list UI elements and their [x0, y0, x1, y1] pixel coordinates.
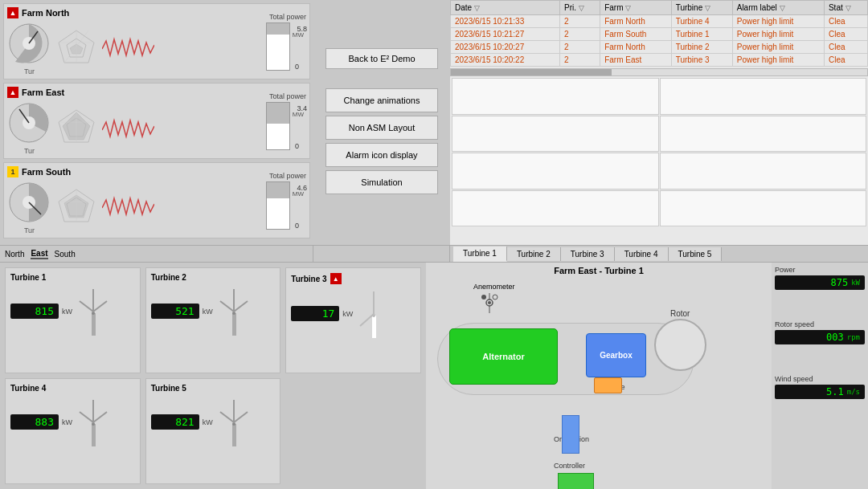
wind-speed-metric: Wind speed 5.1 m/s: [775, 375, 865, 399]
turbine-card-3[interactable]: Turbine 3 ▲ 17 kW: [285, 267, 421, 373]
farm-north-zero: 0: [295, 63, 299, 71]
alarm-pri-4: 2: [560, 54, 600, 67]
turbine-card-5[interactable]: Turbine 5 821 kW: [145, 378, 281, 484]
change-animations-button[interactable]: Change animations: [326, 88, 438, 112]
alarm-row-4[interactable]: 2023/6/15 10:20:22 2 Farm East Turbine 3…: [451, 54, 868, 67]
farm-east-pie: [7, 101, 51, 145]
alarm-farm-3: Farm North: [600, 41, 672, 54]
svg-point-45: [232, 422, 235, 426]
col-label[interactable]: Alarm label ▽: [732, 1, 824, 15]
col-turbine[interactable]: Turbine ▽: [671, 1, 732, 15]
orientation-box: [562, 415, 579, 454]
farm-east-label: Farm East: [22, 88, 64, 97]
turbine-grid: Turbine 1 815 kW Turbine 2: [0, 263, 426, 489]
tab-turbine-3[interactable]: Turbine 3: [561, 247, 615, 261]
alarm-date-2: 2023/6/15 10:21:27: [451, 28, 560, 41]
tab-turbine-5[interactable]: Turbine 5: [669, 247, 723, 261]
svg-point-53: [481, 295, 486, 300]
svg-line-34: [234, 301, 248, 312]
alarm-turbine-1: Turbine 4: [671, 15, 732, 28]
rotor-speed-metric: Rotor speed 003 rpm: [775, 320, 865, 344]
metrics-panel: Power 875 kW Rotor speed 003 rpm Wind sp…: [772, 263, 868, 489]
gearbox-box: Gearbox: [586, 333, 646, 377]
alarm-row-1[interactable]: 2023/6/15 10:21:33 2 Farm North Turbine …: [451, 15, 868, 28]
farm-nav-north[interactable]: North: [5, 250, 24, 259]
col-date[interactable]: Date ▽: [451, 1, 560, 15]
alarm-date-4: 2023/6/15 10:20:22: [451, 54, 560, 67]
center-menu: Back to E² Demo Change animations Non AS…: [313, 0, 450, 245]
wind-speed-label: Wind speed: [775, 375, 865, 383]
turbine-card-2[interactable]: Turbine 2 521 kW: [145, 267, 281, 373]
svg-point-50: [488, 301, 491, 304]
farm-east-zero: 0: [295, 142, 299, 150]
alarm-icon-button[interactable]: Alarm icon display: [326, 143, 438, 167]
chart-cell-3: [452, 116, 659, 153]
svg-point-26: [92, 312, 95, 315]
farm-east-wave: [102, 112, 154, 145]
turbine-4-kw: 883: [10, 414, 59, 430]
chart-cell-4: [660, 116, 867, 153]
farm-nav-east[interactable]: East: [31, 249, 47, 259]
turbine-3-icon: [356, 287, 392, 340]
farm-south-pie: [7, 181, 51, 225]
farm-nav-south[interactable]: South: [55, 250, 76, 259]
farm-north-power-unit: MW: [293, 31, 304, 39]
alarm-row-3[interactable]: 2023/6/15 10:20:27 2 Farm North Turbine …: [451, 41, 868, 54]
tab-turbine-1[interactable]: Turbine 1: [453, 247, 507, 262]
rotor-speed-display: 003 rpm: [775, 330, 865, 344]
farm-row-north[interactable]: ▲ Farm North: [3, 3, 310, 79]
farm-east-tur-label: Tur: [24, 147, 35, 155]
wind-speed-value: 5.1: [826, 386, 844, 397]
chart-grid: [452, 78, 866, 226]
alarm-table: Date ▽ Pri. ▽ Farm ▽ Turbine ▽ Alarm lab…: [450, 0, 868, 67]
alarm-status-4: Clea: [824, 54, 867, 67]
col-status[interactable]: Stat ▽: [824, 1, 867, 15]
svg-rect-30: [232, 313, 236, 336]
svg-line-48: [234, 412, 248, 422]
power-metric-value: 875: [830, 277, 848, 288]
power-metric-display: 875 kW: [775, 275, 865, 290]
alternator-box: Alternator: [449, 328, 558, 385]
alarm-table-scrollbar[interactable]: [450, 68, 868, 76]
svg-line-43: [93, 412, 107, 422]
alarm-status-1: Clea: [824, 15, 867, 28]
power-metric: Power 875 kW: [775, 266, 865, 290]
turbine-5-unit: kW: [203, 418, 213, 426]
power-metric-unit: kW: [851, 279, 860, 287]
svg-point-40: [92, 422, 95, 426]
turbine-4-label: Turbine 4: [10, 384, 46, 393]
svg-line-28: [80, 301, 93, 312]
farm-north-label: Farm North: [22, 8, 69, 18]
col-farm[interactable]: Farm ▽: [600, 1, 672, 15]
svg-rect-39: [92, 424, 96, 446]
diagram-title: Farm East - Turbine 1: [429, 266, 768, 275]
simulation-button[interactable]: Simulation: [326, 170, 438, 194]
turbine-1-unit: kW: [62, 308, 72, 316]
svg-line-47: [220, 412, 234, 422]
controller-label: Controller: [554, 462, 585, 470]
back-button[interactable]: Back to E² Demo: [326, 48, 438, 69]
turbine-1-label: Turbine 1: [10, 273, 46, 282]
tab-turbine-2[interactable]: Turbine 2: [507, 247, 561, 261]
alarm-status-3: Clea: [824, 41, 867, 54]
farm-east-power-label: Total power: [269, 92, 306, 100]
turbine-5-icon: [216, 396, 252, 448]
turbine-card-1[interactable]: Turbine 1 815 kW: [5, 267, 141, 373]
col-pri[interactable]: Pri. ▽: [560, 1, 600, 15]
alarm-pri-2: 2: [560, 28, 600, 41]
rotor-circle: [654, 319, 706, 371]
turbine-card-4[interactable]: Turbine 4 883 kW: [5, 378, 141, 484]
farm-row-east[interactable]: ▲ Farm East Tur: [3, 83, 310, 159]
rotor-speed-value: 003: [826, 332, 844, 343]
chart-cell-2: [660, 78, 867, 115]
farm-row-south[interactable]: 1 Farm South Tur: [3, 162, 310, 238]
farm-north-power-label: Total power: [269, 13, 306, 21]
non-asm-button[interactable]: Non ASM Layout: [326, 116, 438, 140]
alarm-row-2[interactable]: 2023/6/15 10:21:27 2 Farm South Turbine …: [451, 28, 868, 41]
rotor-label: Rotor: [670, 309, 690, 318]
svg-line-33: [220, 301, 234, 312]
chart-cell-7: [452, 190, 659, 227]
tab-turbine-4[interactable]: Turbine 4: [615, 247, 669, 261]
farm-south-spider: [55, 185, 99, 230]
turbine-2-unit: kW: [203, 308, 213, 316]
